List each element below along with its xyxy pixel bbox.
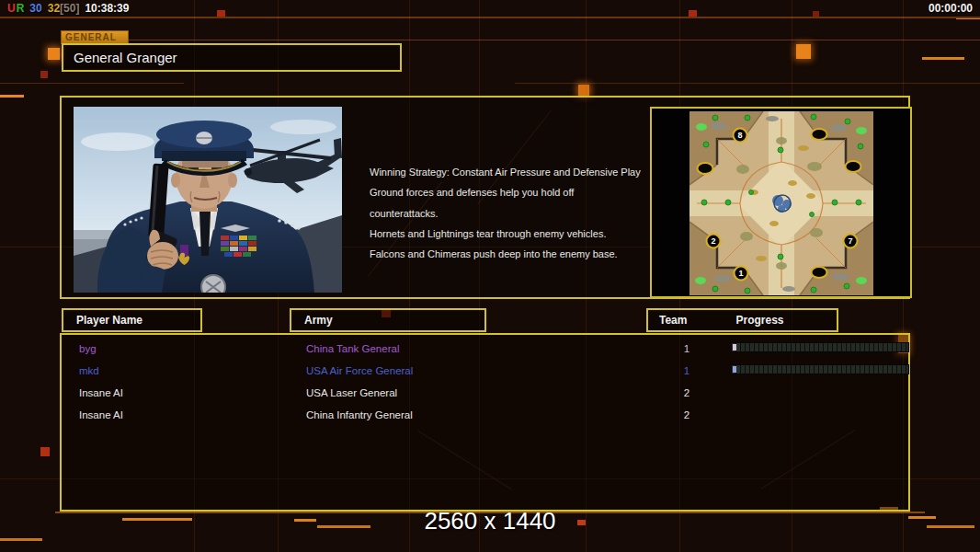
general-name: General Granger xyxy=(74,50,177,65)
match-timer: 00:00:00 xyxy=(929,2,973,15)
general-tab-label: GENERAL xyxy=(61,30,129,44)
status-segment: 32 xyxy=(48,2,60,15)
map-start-marker-empty xyxy=(811,266,828,279)
status-segment: 30 xyxy=(29,2,41,15)
circuit-decoration xyxy=(0,83,184,84)
player-name: Insane AI xyxy=(79,409,123,420)
status-segment: 10:38:39 xyxy=(85,2,129,15)
map-start-markers: 8271 xyxy=(689,111,873,295)
status-segment: U xyxy=(7,2,16,15)
circuit-decoration xyxy=(0,95,24,98)
loading-progress-bar xyxy=(731,342,909,352)
player-team: 1 xyxy=(650,343,724,354)
player-row: Insane AI China Infantry General 2 xyxy=(62,405,908,427)
map-start-marker-numbered: 1 xyxy=(734,266,749,282)
map-start-marker-numbered: 7 xyxy=(843,234,859,249)
army-header-label: Army xyxy=(304,314,333,327)
player-name-header-label: Player Name xyxy=(76,314,142,327)
team-header-label: Team xyxy=(659,314,687,327)
strategy-line: Ground forces and defenses help you hold… xyxy=(370,182,645,224)
column-header-army: Army xyxy=(290,308,486,332)
player-team: 2 xyxy=(650,409,724,420)
player-name: mkd xyxy=(79,365,99,376)
strategy-line: Winning Strategy: Constant Air Pressure … xyxy=(370,162,645,182)
map-preview-image: 8271 xyxy=(689,111,873,295)
player-army: China Infantry General xyxy=(306,409,413,420)
player-row: byg China Tank General 1 xyxy=(62,339,908,361)
map-start-marker-empty xyxy=(845,160,862,173)
debug-status-readout: UR3032[50]10:38:39 xyxy=(7,2,129,15)
circuit-decoration xyxy=(0,538,42,541)
player-team: 2 xyxy=(650,387,724,398)
player-row: Insane AI USA Laser General 2 xyxy=(62,383,908,405)
player-list-panel: byg China Tank General 1 mkd USA Air For… xyxy=(60,333,910,512)
map-preview-panel: 8271 xyxy=(650,107,912,298)
progress-header-label: Progress xyxy=(735,314,783,327)
status-segment: R xyxy=(17,2,25,15)
circuit-decoration xyxy=(922,57,964,60)
column-header-team-progress: Team Progress xyxy=(646,308,838,332)
player-army: China Tank General xyxy=(306,343,399,354)
general-info-panel: Winning Strategy: Constant Air Pressure … xyxy=(60,96,910,299)
general-portrait-image xyxy=(74,107,342,293)
resolution-label: 2560 x 1440 xyxy=(0,507,980,535)
loading-progress-bar xyxy=(731,364,909,374)
player-name: Insane AI xyxy=(79,387,123,398)
player-row: mkd USA Air Force General 1 xyxy=(62,361,908,383)
circuit-decoration xyxy=(40,71,48,78)
circuit-decoration xyxy=(129,40,980,40)
circuit-decoration xyxy=(48,48,60,60)
general-name-box: General Granger xyxy=(62,43,402,72)
map-start-marker-numbered: 8 xyxy=(733,128,748,144)
general-portrait xyxy=(74,107,342,293)
circuit-decoration xyxy=(0,17,980,18)
circuit-decoration xyxy=(515,83,980,84)
circuit-decoration xyxy=(40,447,50,456)
player-team: 1 xyxy=(650,365,724,376)
player-army: USA Air Force General xyxy=(306,365,413,376)
map-start-marker-empty xyxy=(811,128,828,141)
strategy-line: Hornets and Lightnings tear through enem… xyxy=(370,224,645,244)
player-name: byg xyxy=(79,343,97,354)
map-start-marker-empty xyxy=(697,162,714,175)
loading-progress-fill xyxy=(733,344,736,351)
map-start-marker-numbered: 2 xyxy=(706,234,722,249)
status-segment: [50] xyxy=(60,2,79,15)
strategy-line: Falcons and Chimeras push deep into the … xyxy=(370,244,645,264)
circuit-decoration xyxy=(796,44,811,59)
circuit-decoration xyxy=(578,85,589,96)
strategy-text: Winning Strategy: Constant Air Pressure … xyxy=(370,162,645,264)
player-army: USA Laser General xyxy=(306,387,397,398)
top-status-bar: UR3032[50]10:38:39 00:00:00 xyxy=(0,0,980,17)
loading-progress-fill xyxy=(733,366,736,373)
column-header-player-name: Player Name xyxy=(62,308,202,332)
